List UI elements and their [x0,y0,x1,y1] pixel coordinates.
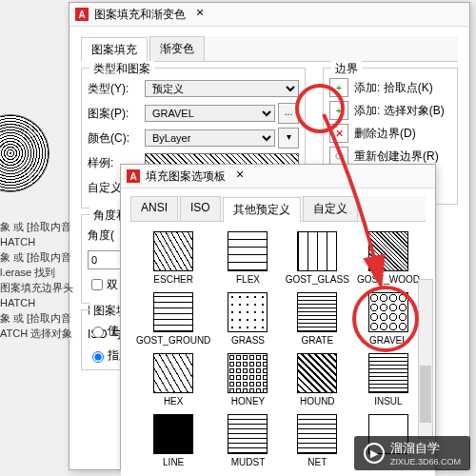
palette-title: 填充图案选项板 [146,169,226,185]
preview-circle [0,114,50,192]
pattern-browse-button[interactable]: ... [278,103,299,124]
pattern-FLEX[interactable]: FLEX [218,231,277,285]
recreate-boundary-button[interactable]: ⟳重新创建边界(R) [329,147,451,166]
tab-gradient[interactable]: 渐变色 [149,36,205,61]
tab-ansi[interactable]: ANSI [130,196,178,221]
tab-custom[interactable]: 自定义 [303,196,358,221]
app-logo: A [75,8,89,21]
origin-spec-radio[interactable] [92,351,104,363]
console-text: 象 或 [拾取内音HATCH 象 或 [拾取内音l.erase 找到 图案填充边… [0,219,95,341]
pattern-GOST_GLASS[interactable]: GOST_GLASS [286,231,349,285]
app-logo: A [127,169,140,183]
pattern-MUDST[interactable]: MUDST [218,414,277,467]
remove-boundary-button[interactable]: ✕删除边界(D) [329,124,451,143]
group-label: 类型和图案 [89,61,154,77]
tab-iso[interactable]: ISO [180,196,221,221]
add-pick-button[interactable]: +添加: 拾取点(K) [329,78,451,97]
color-label: 颜色(C): [88,130,145,147]
main-tabs: 图案填充 渐变色 [81,36,458,62]
close-icon[interactable]: × [226,167,254,186]
pattern-GOST_GROUND[interactable]: GOST_GROUND [136,292,210,346]
pattern-GRASS[interactable]: GRASS [218,292,277,346]
dialog-title: 图案填充和渐变色 [94,7,186,23]
pattern-palette-dialog: A 填充图案选项板 × ANSI ISO 其他预定义 自定义 ESCHERFLE… [120,164,436,470]
watermark-url: ZIXUE.3D66.COM [390,457,461,466]
pattern-LINE[interactable]: LINE [136,414,210,467]
watermark-brand: 溜溜自学 [390,440,461,457]
pattern-HEX[interactable]: HEX [136,353,210,407]
boundary-group-label: 边界 [331,61,362,77]
color-browse-button[interactable]: ▾ [278,128,299,149]
titlebar: A 图案填充和渐变色 × [69,3,469,27]
palette-titlebar: A 填充图案选项板 × [121,165,435,188]
watermark: ▶ 溜溜自学 ZIXUE.3D66.COM [354,436,470,470]
type-select[interactable]: 预定义 [145,80,299,97]
pattern-GOST_WOOD[interactable]: GOST_WOOD [357,231,420,285]
color-select[interactable]: ByLayer [145,129,275,147]
pattern-label: 图案(P): [88,106,145,122]
type-label: 类型(Y): [88,81,145,97]
pattern-HONEY[interactable]: HONEY [218,353,277,407]
scroll-thumb[interactable] [420,366,431,423]
close-icon[interactable]: × [186,5,214,24]
tab-other[interactable]: 其他预定义 [223,197,301,222]
play-icon: ▶ [364,443,385,464]
pattern-NET[interactable]: NET [286,414,349,467]
scrollbar[interactable] [418,279,433,439]
pattern-GRATE[interactable]: GRATE [286,292,349,346]
pattern-select[interactable]: GRAVEL [145,105,275,122]
palette-tabs: ANSI ISO 其他预定义 自定义 [130,196,426,222]
tab-hatch[interactable]: 图案填充 [81,37,148,62]
pattern-ESCHER[interactable]: ESCHER [136,231,210,285]
pattern-INSUL[interactable]: INSUL [357,353,420,407]
pattern-HOUND[interactable]: HOUND [286,353,349,407]
add-select-button[interactable]: +添加: 选择对象(B) [329,101,451,120]
pattern-GRAVEL[interactable]: GRAVEL [357,292,420,346]
